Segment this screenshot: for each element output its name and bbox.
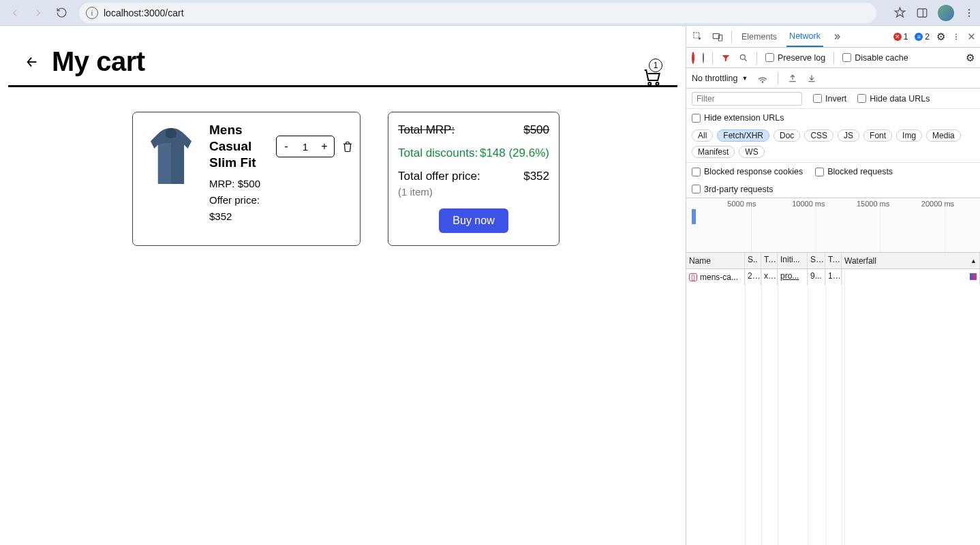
browser-toolbar: i localhost:3000/cart <box>0 0 980 26</box>
svg-point-6 <box>656 82 659 85</box>
col-type[interactable]: T... <box>761 253 778 268</box>
waterfall-bar <box>970 273 977 280</box>
download-har-icon[interactable] <box>807 74 816 83</box>
invert-checkbox[interactable]: Invert <box>813 94 846 104</box>
profile-avatar[interactable] <box>938 5 954 21</box>
blocked-cookies-checkbox[interactable]: Blocked response cookies <box>692 167 803 176</box>
request-type-chips: All Fetch/XHR Doc CSS JS Font Img Media … <box>686 127 980 163</box>
col-time[interactable]: T... <box>825 253 842 268</box>
bookmark-icon[interactable] <box>893 6 906 19</box>
chip-manifest[interactable]: Manifest <box>692 146 735 158</box>
qty-minus-button[interactable]: - <box>277 136 296 157</box>
col-initiator[interactable]: Initi... <box>778 253 808 268</box>
throttling-select[interactable]: No throttling ▼ <box>692 74 748 83</box>
chip-img[interactable]: Img <box>896 129 922 142</box>
summary-discount-value: $148 (29.6%) <box>480 146 549 160</box>
cart-item-card: Mens Casual Slim Fit MRP: $500 Offer pri… <box>132 112 361 246</box>
network-filter-row: Invert Hide data URLs <box>686 89 980 109</box>
blocked-requests-checkbox[interactable]: Blocked requests <box>815 167 893 176</box>
page-content: 1 My cart <box>0 26 686 545</box>
chrome-menu-icon[interactable] <box>964 7 975 18</box>
col-size[interactable]: S... <box>808 253 825 268</box>
more-tabs-icon[interactable] <box>830 32 844 42</box>
devtools-tabbar: Elements Network ✕1 ≡2 ⚙ <box>686 26 980 48</box>
filter-input[interactable] <box>692 92 802 106</box>
network-throttle-bar: No throttling ▼ <box>686 68 980 89</box>
svg-point-14 <box>763 81 764 82</box>
network-toolbar: Preserve log Disable cache ⚙ <box>686 48 980 68</box>
svg-point-4 <box>968 15 970 16</box>
tab-elements[interactable]: Elements <box>739 26 780 47</box>
svg-point-12 <box>955 38 957 40</box>
qty-plus-button[interactable]: + <box>315 136 334 157</box>
header-divider <box>8 85 677 87</box>
col-waterfall[interactable]: Waterfall▲ <box>842 253 980 268</box>
upload-har-icon[interactable] <box>788 74 797 83</box>
chip-ws[interactable]: WS <box>739 146 764 158</box>
third-party-checkbox[interactable]: 3rd-party requests <box>692 185 773 194</box>
chip-media[interactable]: Media <box>926 129 961 142</box>
devtools-panel: Elements Network ✕1 ≡2 ⚙ <box>686 26 980 545</box>
col-status[interactable]: S.. <box>745 253 761 268</box>
tab-network[interactable]: Network <box>786 26 823 47</box>
product-name: Mens Casual Slim Fit <box>209 122 266 170</box>
svg-point-3 <box>968 12 970 13</box>
summary-mrp-value: $500 <box>523 123 549 137</box>
product-offer: Offer price: $352 <box>209 192 266 225</box>
url-text: localhost:3000/cart <box>104 7 184 18</box>
svg-point-11 <box>955 36 957 37</box>
preserve-log-checkbox[interactable]: Preserve log <box>765 53 825 63</box>
summary-offer-label: Total offer price: <box>398 170 480 183</box>
devtools-close-icon[interactable] <box>967 32 976 41</box>
chip-css[interactable]: CSS <box>804 129 833 142</box>
devtools-settings-icon[interactable]: ⚙ <box>936 31 945 43</box>
error-count[interactable]: ✕1 <box>893 32 908 42</box>
forward-button[interactable] <box>29 3 48 22</box>
back-button[interactable] <box>5 3 25 22</box>
chip-js[interactable]: JS <box>838 129 859 142</box>
network-overview[interactable]: 5000 ms 10000 ms 15000 ms 20000 ms <box>686 198 980 253</box>
inspect-icon[interactable] <box>690 31 704 42</box>
address-bar[interactable]: i localhost:3000/cart <box>79 3 876 23</box>
buy-now-button[interactable]: Buy now <box>439 208 508 233</box>
record-button[interactable] <box>692 53 694 63</box>
svg-point-10 <box>955 33 957 35</box>
info-count[interactable]: ≡2 <box>915 32 930 42</box>
network-conditions-icon[interactable] <box>757 74 768 83</box>
devtools-menu-icon[interactable] <box>952 32 960 42</box>
hide-data-urls-checkbox[interactable]: Hide data URLs <box>857 94 930 104</box>
col-name[interactable]: Name <box>686 253 745 268</box>
page-back-icon[interactable] <box>25 54 40 69</box>
filter-toggle-icon[interactable] <box>721 53 731 63</box>
product-image <box>142 122 200 190</box>
reload-button[interactable] <box>52 3 71 22</box>
chip-fetch-xhr[interactable]: Fetch/XHR <box>717 129 769 142</box>
clear-button[interactable] <box>703 53 704 63</box>
page-title: My cart <box>52 46 145 77</box>
device-toggle-icon[interactable] <box>711 32 724 42</box>
product-mrp: MRP: $500 <box>209 176 266 192</box>
trash-icon[interactable] <box>341 140 354 153</box>
quantity-stepper: - 1 + <box>276 136 335 157</box>
chip-all[interactable]: All <box>692 129 713 142</box>
disable-cache-checkbox[interactable]: Disable cache <box>842 53 908 63</box>
network-table-body: {}mens-ca... 2... x... pro... 9... 1... <box>686 269 980 545</box>
hide-extension-urls-checkbox[interactable]: Hide extension URLs <box>692 113 784 123</box>
site-info-icon[interactable]: i <box>86 7 98 19</box>
search-icon[interactable] <box>739 53 748 63</box>
network-settings-icon[interactable]: ⚙ <box>966 52 975 64</box>
panel-icon[interactable] <box>916 7 928 19</box>
svg-rect-0 <box>917 9 927 17</box>
svg-point-5 <box>648 82 651 85</box>
svg-point-2 <box>968 9 970 10</box>
summary-discount-label: Total discounts: <box>398 146 478 160</box>
summary-offer-value: $352 <box>523 170 549 183</box>
summary-card: Total MRP: $500 Total discounts: $148 (2… <box>388 112 560 246</box>
summary-items-note: (1 item) <box>398 186 549 198</box>
network-table-header: Name S.. T... Initi... S... T... Waterfa… <box>686 253 980 269</box>
chip-doc[interactable]: Doc <box>774 129 800 142</box>
qty-value: 1 <box>296 141 315 153</box>
svg-point-13 <box>740 54 745 59</box>
chip-font[interactable]: Font <box>863 129 892 142</box>
summary-mrp-label: Total MRP: <box>398 123 455 137</box>
